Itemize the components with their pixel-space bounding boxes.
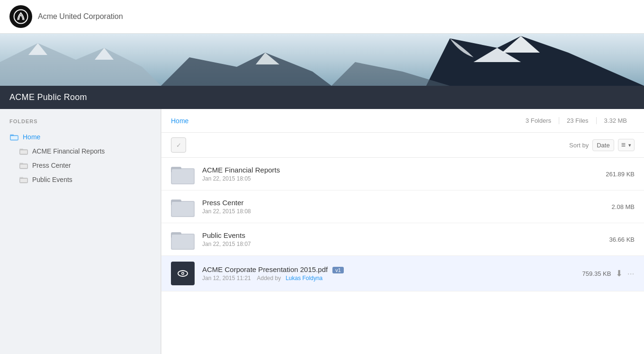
svg-rect-31 [172, 235, 194, 249]
file-author-presentation: Lukas Foldyna [286, 275, 322, 281]
sidebar: FOLDERS Home ACME Financial Rep [0, 109, 161, 354]
folder-thumb-financial [171, 163, 195, 184]
pdf-thumb-presentation [171, 262, 195, 285]
toolbar: ✓ Sort by Date ≡ ▾ [161, 133, 644, 158]
svg-point-34 [182, 273, 184, 274]
folder-name-press: Press Center [202, 199, 582, 207]
svg-rect-22 [20, 178, 27, 182]
file-list: ACME Financial Reports Jan 22, 2015 18:0… [161, 158, 644, 291]
chevron-down-icon: ▾ [628, 142, 631, 148]
sidebar-item-public-events[interactable]: Public Events [0, 172, 161, 187]
file-info-presentation: ACME Corporate Presentation 2015.pdf v1 … [202, 265, 559, 281]
folders-count: 3 Folders [518, 117, 559, 124]
company-name: Acme United Corporation [38, 12, 123, 21]
room-title: ACME Public Room [9, 92, 87, 102]
more-options-button[interactable]: ··· [627, 270, 635, 277]
folder-size-events: 36.66 KB [592, 236, 635, 243]
svg-rect-28 [172, 202, 194, 216]
folder-row-press[interactable]: Press Center Jan 22, 2015 18:08 2.08 MB [161, 191, 644, 223]
folder-info-press: Press Center Jan 22, 2015 18:08 [202, 199, 582, 215]
version-badge: v1 [332, 267, 344, 273]
folder-info-financial: ACME Financial Reports Jan 22, 2015 18:0… [202, 166, 582, 182]
svg-point-0 [14, 10, 28, 24]
folder-name-events: Public Events [202, 231, 582, 239]
content-area: Home 3 Folders 23 Files 3.32 MB ✓ Sort b… [161, 109, 644, 354]
download-button[interactable]: ⬇ [616, 268, 623, 279]
sidebar-item-events-label: Public Events [32, 176, 72, 183]
folder-row-events[interactable]: Public Events Jan 22, 2015 18:07 36.66 K… [161, 223, 644, 256]
svg-rect-13 [10, 136, 18, 140]
folder-name-financial: ACME Financial Reports [202, 166, 582, 174]
folder-icon-events [19, 176, 28, 183]
file-name-presentation: ACME Corporate Presentation 2015.pdf v1 [202, 265, 559, 273]
added-by-label: Added by [257, 275, 281, 281]
room-title-bar: ACME Public Room [0, 86, 644, 109]
folder-size-press: 2.08 MB [592, 203, 635, 210]
hero-banner [0, 34, 644, 86]
svg-rect-16 [20, 150, 27, 154]
total-size: 3.32 MB [596, 117, 635, 124]
svg-rect-25 [172, 169, 194, 183]
breadcrumb[interactable]: Home [171, 117, 188, 125]
folder-date-events: Jan 22, 2015 18:07 [202, 241, 582, 247]
sidebar-item-financial-label: ACME Financial Reports [32, 147, 105, 155]
list-view-icon: ≡ [621, 141, 626, 149]
file-meta-presentation: Jan 12, 2015 11:21 Added by Lukas Foldyn… [202, 275, 559, 281]
folder-thumb-events [171, 229, 195, 250]
sidebar-item-home-label: Home [23, 133, 40, 141]
sidebar-section-label: FOLDERS [0, 118, 161, 130]
sidebar-item-press-center[interactable]: Press Center [0, 158, 161, 172]
sort-dropdown[interactable]: Date [592, 139, 614, 151]
sort-area: Sort by Date ≡ ▾ [569, 139, 635, 151]
select-all-button[interactable]: ✓ [171, 137, 186, 153]
file-actions-presentation: ⬇ ··· [616, 268, 635, 279]
file-date-presentation: Jan 12, 2015 11:21 [202, 275, 251, 281]
svg-rect-19 [20, 164, 27, 168]
folder-row-financial[interactable]: ACME Financial Reports Jan 22, 2015 18:0… [161, 158, 644, 191]
sidebar-item-press-label: Press Center [32, 162, 71, 169]
view-toggle[interactable]: ≡ ▾ [618, 139, 635, 151]
file-row-presentation[interactable]: ACME Corporate Presentation 2015.pdf v1 … [161, 256, 644, 291]
sort-label: Sort by [569, 142, 589, 149]
folder-date-financial: Jan 22, 2015 18:05 [202, 175, 582, 182]
header: Acme United Corporation [0, 0, 644, 34]
file-size-presentation: 759.35 KB [568, 270, 611, 277]
sidebar-item-financial-reports[interactable]: ACME Financial Reports [0, 144, 161, 158]
sidebar-item-home[interactable]: Home [0, 130, 161, 144]
folder-icon-press [19, 162, 28, 169]
logo [9, 5, 32, 28]
content-header: Home 3 Folders 23 Files 3.32 MB [161, 109, 644, 133]
sort-value: Date [597, 142, 609, 149]
folder-thumb-press [171, 196, 195, 217]
checkmark-icon: ✓ [176, 142, 181, 149]
folder-info-events: Public Events Jan 22, 2015 18:07 [202, 231, 582, 247]
folder-size-financial: 261.89 KB [592, 171, 635, 178]
folder-icon-financial [19, 147, 28, 155]
stats-bar: 3 Folders 23 Files 3.32 MB [518, 117, 635, 124]
main-layout: FOLDERS Home ACME Financial Rep [0, 109, 644, 354]
folder-icon-home [9, 133, 19, 141]
folder-date-press: Jan 22, 2015 18:08 [202, 208, 582, 215]
files-count: 23 Files [559, 117, 596, 124]
